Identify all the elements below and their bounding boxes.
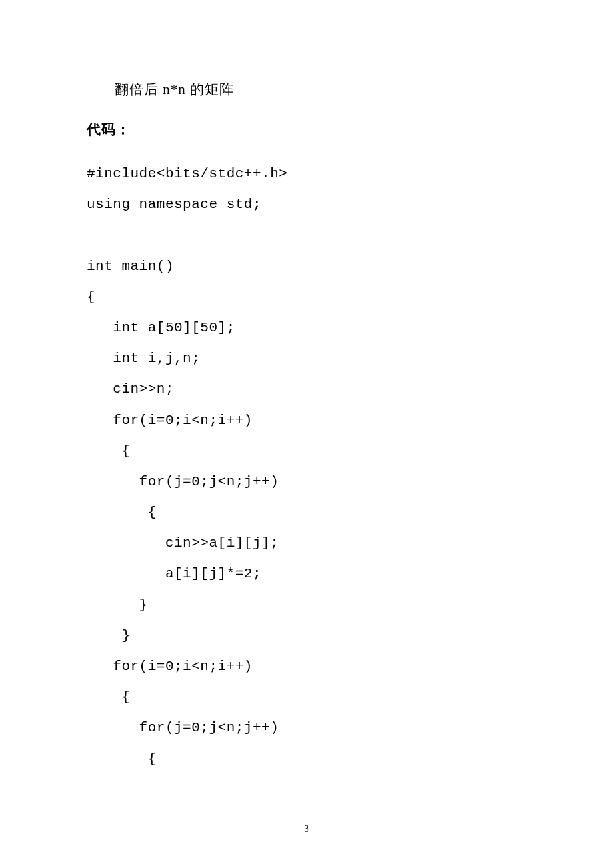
code-block: #include<bits/stdc++.h> using namespace … — [87, 159, 526, 775]
code-label: 代码： — [87, 120, 526, 139]
description-text: 翻倍后 n*n 的矩阵 — [87, 80, 526, 99]
page-number: 3 — [0, 823, 613, 835]
document-page: 翻倍后 n*n 的矩阵 代码： #include<bits/stdc++.h> … — [0, 0, 613, 868]
